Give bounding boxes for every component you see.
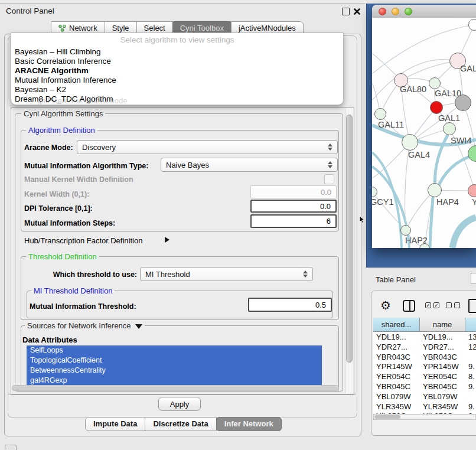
network-node-hap2[interactable] xyxy=(400,225,411,236)
mi-threshold-field[interactable]: 0.5 xyxy=(248,298,332,312)
minimize-window-icon[interactable] xyxy=(392,8,399,15)
zoom-window-icon[interactable] xyxy=(405,8,412,15)
document-icon[interactable] xyxy=(468,299,476,313)
network-node[interactable] xyxy=(468,19,476,31)
network-node-hap4[interactable] xyxy=(428,183,442,197)
network-node-gal10[interactable] xyxy=(429,77,441,89)
network-node-gal4[interactable] xyxy=(402,134,418,151)
network-node-gal1[interactable] xyxy=(430,101,443,114)
algorithm-option-aracne-algorithm[interactable]: ARACNE Algorithm xyxy=(14,66,341,76)
screen: Control Panel NetworkStyleSelectCyni Too… xyxy=(0,0,476,450)
column-header-name[interactable]: name xyxy=(420,318,465,332)
mi-type-select[interactable]: Naive Bayes xyxy=(161,158,338,172)
network-canvas[interactable]: GAL8GAL80GAL10GAL1GAL11SWI4GAL4GCY1HAP4Y… xyxy=(372,18,476,248)
float-window-icon[interactable] xyxy=(342,8,350,15)
threshold-select[interactable]: MI Threshold xyxy=(140,267,313,281)
data-attributes-label: Data Attributes xyxy=(22,335,77,344)
data-attributes-list: SelfLoopsTopologicalCoefficientBetweenne… xyxy=(27,345,322,386)
attribute-selfloops[interactable]: SelfLoops xyxy=(27,345,322,356)
network-node-label: GAL1 xyxy=(438,113,460,123)
mi-steps-label: Mutual Information Steps: xyxy=(24,219,115,227)
network-node-swi4[interactable] xyxy=(443,122,456,135)
column-header[interactable] xyxy=(465,318,476,332)
network-node-y[interactable] xyxy=(468,184,476,197)
table-cell: YER054C xyxy=(376,372,410,381)
table-row[interactable]: YBR045CYBR045C9. xyxy=(373,381,476,392)
manual-kernel-label: Manual Kernel Width Definition xyxy=(24,175,133,184)
close-icon[interactable] xyxy=(353,7,361,15)
network-node-label: GAL11 xyxy=(378,120,404,129)
table-row[interactable]: YPR145WYPR145W9. xyxy=(373,361,476,371)
close-window-icon[interactable] xyxy=(379,8,386,15)
network-node-gal11[interactable] xyxy=(374,108,386,120)
table-row[interactable]: YDL19...YDL19...13 xyxy=(373,332,476,342)
attribute-topologicalcoefficient[interactable]: TopologicalCoefficient xyxy=(27,356,322,366)
table-cell: YBR045C xyxy=(376,382,410,391)
attribute-betweennesscentrality[interactable]: BetweennessCentrality xyxy=(27,366,322,376)
table-scrollbar-thumb[interactable] xyxy=(374,415,400,419)
table-cell: YDL19... xyxy=(376,332,406,341)
tab-infer-network[interactable]: Infer Network xyxy=(216,417,282,431)
table-row[interactable]: YER054CYER054C8. xyxy=(373,371,476,381)
tab-impute-data[interactable]: Impute Data xyxy=(85,417,145,431)
control-panel-tabs: NetworkStyleSelectCyni ToolboxjActiveMNo… xyxy=(51,21,303,34)
aracne-mode-label: Aracne Mode: xyxy=(24,144,73,152)
kernel-width-field[interactable]: 0.0 xyxy=(250,185,337,198)
algorithm-definition-label: Algorithm Definition xyxy=(26,126,97,135)
column-split-icon[interactable] xyxy=(403,300,415,312)
minimized-panel-button[interactable] xyxy=(5,445,17,450)
table-cell: 9. xyxy=(468,402,475,411)
gear-icon[interactable]: ⚙ xyxy=(380,298,391,312)
aracne-mode-select[interactable]: Discovery xyxy=(77,140,338,154)
algorithm-option-mutual-information-inference[interactable]: Mutual Information Inference xyxy=(14,76,341,85)
mi-steps-field[interactable]: 6 xyxy=(250,214,337,228)
network-node-label: Y xyxy=(472,197,476,207)
threshold-value: MI Threshold xyxy=(145,270,190,279)
sources-group-label: Sources for Network Inference xyxy=(25,321,145,330)
table-cell: 12 xyxy=(468,343,476,351)
chevron-updown-icon xyxy=(328,144,332,151)
column-header-shared[interactable]: shared... xyxy=(373,318,420,332)
network-node[interactable] xyxy=(455,94,471,111)
table-row[interactable]: YBR043CYBR043C xyxy=(373,352,476,362)
chevron-updown-icon xyxy=(303,270,308,278)
control-panel-top-border xyxy=(0,3,365,4)
table-horizontal-scrollbar[interactable] xyxy=(373,414,476,420)
select-all-checkboxes-icon[interactable]: ✓✓ xyxy=(425,302,439,308)
apply-button[interactable]: Apply xyxy=(158,397,201,411)
tab-label: jActiveMNodules xyxy=(239,24,296,32)
dpi-tolerance-field[interactable]: 0.0 xyxy=(250,200,337,213)
expand-arrow-icon[interactable] xyxy=(165,237,169,243)
horizontal-scrollbar[interactable] xyxy=(12,385,339,391)
table-row[interactable]: YBL079WYBL079W xyxy=(373,392,476,402)
network-window-titlebar[interactable] xyxy=(372,5,476,18)
table-cell: YLR345W xyxy=(376,402,411,411)
table-panel-window-button[interactable] xyxy=(471,273,476,284)
algorithm-option-bayesian-k2[interactable]: Bayesian – K2 xyxy=(14,85,341,94)
tab-label: Select xyxy=(144,24,165,32)
network-node[interactable] xyxy=(419,243,430,248)
network-nodes-layer: GAL8GAL80GAL10GAL1GAL11SWI4GAL4GCY1HAP4Y… xyxy=(372,18,476,248)
network-node-label: HAP4 xyxy=(436,197,459,207)
attribute-gal4rgexp[interactable]: gal4RGexp xyxy=(27,376,322,386)
algorithm-option-bayesian-hill-climbing[interactable]: Bayesian – Hill Climbing xyxy=(14,47,341,57)
vertical-scrollbar-thumb[interactable] xyxy=(346,115,353,363)
table-row[interactable]: YDR27...YDR27...12 xyxy=(373,342,476,352)
network-window: GAL8GAL80GAL10GAL1GAL11SWI4GAL4GCY1HAP4Y… xyxy=(372,5,476,248)
algorithm-option-dream8-dc-tdc-algorithm[interactable]: Dream8 DC_TDC Algorithm xyxy=(14,94,341,104)
divider xyxy=(8,394,356,394)
mouse-cursor xyxy=(359,216,365,226)
tab-discretize-data[interactable]: Discretize Data xyxy=(145,417,216,431)
deselect-all-checkboxes-icon[interactable] xyxy=(446,302,460,308)
table-cell: 13 xyxy=(468,332,476,341)
table-row[interactable]: YLR345WYLR345W9. xyxy=(373,402,476,412)
node-table: shared...name YDL19...YDL19...13YDR27...… xyxy=(373,318,476,415)
collapse-arrow-icon[interactable] xyxy=(135,324,142,329)
network-node-gcy1[interactable] xyxy=(372,187,377,197)
algorithm-option-basic-correlation-inference[interactable]: Basic Correlation Inference xyxy=(14,57,341,66)
manual-kernel-checkbox[interactable] xyxy=(324,174,334,184)
aracne-mode-value: Discovery xyxy=(82,143,116,152)
network-node[interactable] xyxy=(468,145,476,162)
table-cell: YPR145W xyxy=(376,362,412,371)
table-cell: 9. xyxy=(468,362,475,371)
